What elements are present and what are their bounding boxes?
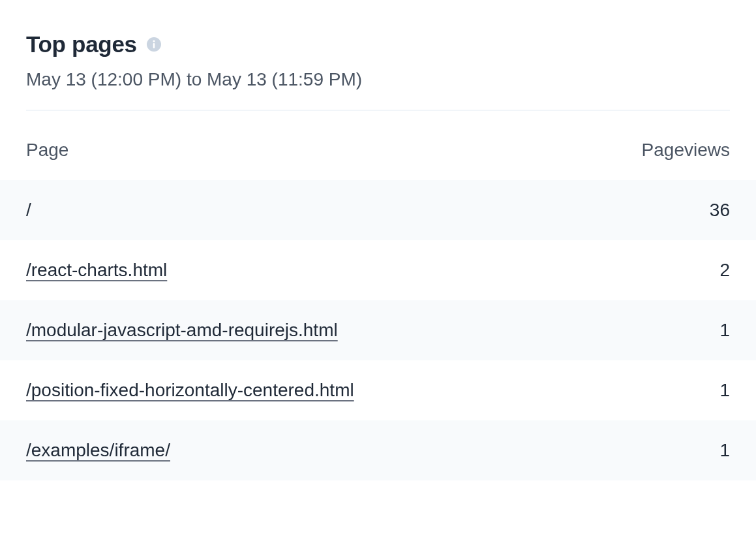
pageviews-value: 36 [710, 200, 730, 221]
svg-rect-1 [153, 43, 155, 48]
page-link[interactable]: /position-fixed-horizontally-centered.ht… [26, 380, 354, 401]
pageviews-value: 1 [719, 380, 730, 401]
table-body: /36/react-charts.html2/modular-javascrip… [26, 180, 730, 480]
page-link[interactable]: /modular-javascript-amd-requirejs.html [26, 320, 338, 341]
table-row: /react-charts.html2 [0, 240, 756, 300]
pageviews-value: 2 [719, 260, 730, 281]
table-row: /position-fixed-horizontally-centered.ht… [0, 360, 756, 420]
card-header: Top pages [26, 31, 730, 57]
pageviews-value: 1 [719, 320, 730, 341]
card-title: Top pages [26, 31, 137, 57]
divider [26, 110, 730, 111]
table-row: /36 [0, 180, 756, 240]
table-header-row: Page Pageviews [26, 131, 730, 180]
date-range: May 13 (12:00 PM) to May 13 (11:59 PM) [26, 69, 730, 90]
col-page: Page [26, 140, 68, 161]
table-row: /examples/iframe/1 [0, 420, 756, 480]
col-pageviews: Pageviews [642, 140, 730, 161]
page-link[interactable]: /examples/iframe/ [26, 440, 170, 461]
pageviews-value: 1 [719, 440, 730, 461]
top-pages-card: Top pages May 13 (12:00 PM) to May 13 (1… [0, 0, 756, 507]
table-row: /modular-javascript-amd-requirejs.html1 [0, 300, 756, 360]
info-icon[interactable] [146, 37, 162, 52]
top-pages-table: Page Pageviews /36/react-charts.html2/mo… [26, 131, 730, 480]
page-link[interactable]: /react-charts.html [26, 260, 167, 281]
svg-point-2 [153, 40, 155, 42]
page-path: / [26, 200, 31, 221]
